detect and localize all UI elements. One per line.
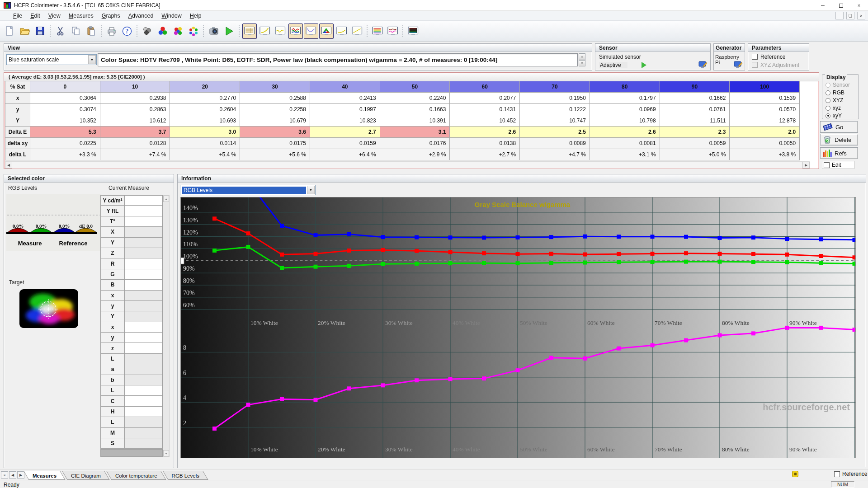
capture-sensor-button[interactable] [207,23,221,39]
mdi-restore-icon[interactable]: ❏ [846,12,854,19]
tabbar-close-icon[interactable]: × [1,471,8,479]
sensor-settings-icon[interactable] [698,61,708,69]
point-red-level [684,251,688,255]
new-document-button[interactable] [2,23,17,39]
statusbar-reference-checkbox[interactable] [834,471,840,477]
current-measure-row: y [100,333,163,343]
current-measure-scrollbar[interactable]: ▲ ▼ [163,195,170,457]
minimize-icon[interactable]: ─ [814,0,832,11]
value-cell: 0.0081 [590,138,660,149]
edit-checkbox[interactable] [824,162,830,168]
tab-measures[interactable]: Measures [26,471,63,480]
view-nearblack-chart-button[interactable] [273,23,288,39]
tab-color-temperature[interactable]: Color temperature [109,471,164,480]
table-horizontal-scrollbar[interactable]: ◀ ▶ [5,161,810,168]
view-saturation-chart-button[interactable] [386,23,400,39]
reference-line-handle [181,258,184,264]
spinner-down-icon[interactable]: ▼ [579,60,585,67]
run-measurement-button[interactable] [222,23,236,39]
scroll-down-icon[interactable]: ▼ [163,450,169,456]
sensor-settings-button[interactable] [140,23,155,39]
measure-row-label: G [100,269,125,280]
column-header-80: 80 [590,81,660,93]
tab-cie-diagram[interactable]: CIE Diagram [65,471,107,480]
cut-button[interactable] [53,23,68,39]
radio-icon[interactable] [826,113,830,118]
view-composite-chart-button[interactable] [406,23,420,39]
value-cell: 10.391 [380,115,450,127]
value-cell: 0.2413 [310,93,380,104]
column-header-30: 30 [240,81,310,93]
display-option-xyz[interactable]: xyz [826,105,841,111]
copy-button[interactable] [69,23,83,39]
delete-button[interactable]: Delete [820,134,858,145]
scroll-right-icon[interactable]: ▶ [802,162,810,169]
mdi-minimize-icon[interactable]: ─ [835,12,844,19]
tabbar-prev-icon[interactable]: ◀ [9,471,16,479]
view-colortemp-chart-button[interactable] [370,23,385,39]
display-option-xyz[interactable]: XYZ [826,97,843,103]
menu-help[interactable]: Help [186,11,206,21]
tab-rgb-levels[interactable]: RGB Levels [165,471,206,480]
display-colors-button[interactable] [156,23,170,39]
view-nearwhite-chart-button[interactable] [335,23,349,39]
display-option-sensor[interactable]: Sensor [826,82,850,88]
scale-selector-dropdown[interactable]: Blue saturation scale ▼ [6,54,97,65]
measure-row-value [125,322,163,333]
notification-icon[interactable] [792,471,798,477]
radio-icon[interactable] [826,98,830,103]
value-cell: 0.1539 [730,93,800,104]
menu-graphs[interactable]: Graphs [98,11,124,21]
menu-advanced[interactable]: Advanced [124,11,158,21]
scroll-left-icon[interactable]: ◀ [5,162,12,169]
menu-window[interactable]: Window [157,11,185,21]
tabbar-next-icon[interactable]: ▶ [17,471,24,479]
svg-text:20% White: 20% White [318,319,345,326]
menu-edit[interactable]: Edit [26,11,44,21]
radio-icon[interactable] [826,83,830,88]
value-cell: 0.1431 [450,104,520,115]
view-rgb-levels-chart-button[interactable] [288,23,303,39]
menu-file[interactable]: File [9,11,26,21]
view-measures-grid-button[interactable] [242,23,257,39]
saturation-colors-button[interactable] [171,23,185,39]
point-green-level [583,261,587,265]
open-file-button[interactable] [18,23,32,39]
radio-icon[interactable] [826,90,830,95]
generator-settings-icon[interactable] [734,61,743,69]
save-file-button[interactable] [33,23,47,39]
reference-checkbox[interactable] [752,54,758,60]
view-gamma-chart-button[interactable] [258,23,272,39]
chevron-down-icon[interactable]: ▼ [307,186,315,194]
display-option-xyy[interactable]: xyY [826,113,842,119]
point-blue-level [448,235,453,239]
close-icon[interactable]: × [850,0,868,11]
sensor-run-icon[interactable] [642,62,646,68]
go-button[interactable]: Go [820,121,858,133]
about-help-button[interactable]: ? [120,23,134,39]
menu-view[interactable]: View [44,11,65,21]
point-green-level [415,262,419,266]
chevron-down-icon[interactable]: ▼ [88,55,96,64]
view-contrast-chart-button[interactable] [350,23,364,39]
paste-button[interactable] [84,23,99,39]
primaries-colors-button[interactable] [186,23,201,39]
print-button[interactable] [104,23,119,39]
saturation-colors-icon [173,26,184,37]
measure-row-label: Y [100,311,125,322]
point-blue-level [280,224,284,228]
menu-measures[interactable]: Measures [65,11,98,21]
information-graph-dropdown[interactable]: RGB Levels ▼ [180,185,316,195]
maximize-icon[interactable] [832,0,850,11]
radio-icon[interactable] [826,106,830,111]
view-cie-diagram-button[interactable] [319,23,334,39]
measure-row-value [125,333,163,343]
spinner-up-icon[interactable]: ▲ [579,53,585,60]
scroll-up-icon[interactable]: ▲ [163,196,169,202]
value-cell: 0.1222 [520,104,590,115]
display-option-rgb[interactable]: RGB [826,89,844,96]
view-luminance-chart-button[interactable] [304,23,318,39]
mdi-close-icon[interactable]: × [857,12,865,19]
measure-row-value [125,385,163,396]
refs-button[interactable]: Refs [820,147,858,159]
